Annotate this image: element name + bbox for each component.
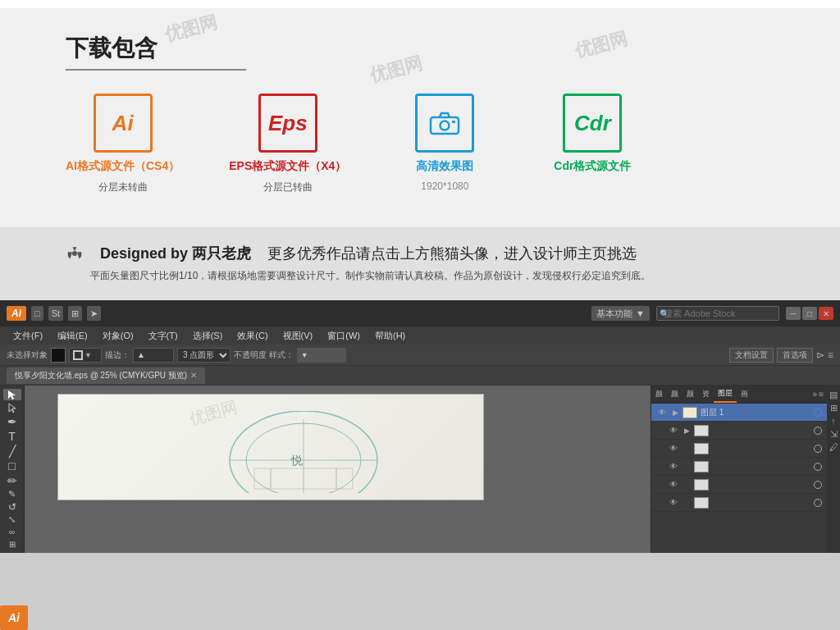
layer-visibility-3[interactable]: 👁 [668,443,679,454]
layer-row-2[interactable]: 👁 ▶ [651,422,827,440]
stroke-up-arrow: ▲ [137,350,145,359]
title-bar-right: 基本功能 ▼ 🔍 ─ □ ✕ [591,306,833,321]
layer-expand-5[interactable] [682,481,691,489]
layer-visibility-5[interactable]: 👁 [668,479,679,491]
layer-expand-2[interactable]: ▶ [682,427,691,435]
menu-bar: 文件(F) 编辑(E) 对象(O) 文字(T) 选择(S) 效果(C) 视图(V… [0,326,840,345]
layer-expand-6[interactable] [682,499,691,507]
eps-label-sub: 分层已转曲 [263,180,313,194]
strip-icon-2[interactable]: ⊞ [828,402,839,413]
selection-tool[interactable] [3,389,21,400]
file-types-row: Ai AI格式源文件（CS4） 分层未转曲 Eps EPS格式源文件（X4） 分… [66,94,774,194]
layer-row-6[interactable]: 👁 [651,494,827,512]
menu-file[interactable]: 文件(F) [7,326,49,345]
rotate-tool[interactable]: ↺ [3,501,21,513]
mesh-tool[interactable]: ⊞ [3,539,21,550]
toolbar-expand-icon[interactable]: ⊳ [816,349,824,361]
title-bar-btn-square[interactable]: □ [31,306,43,321]
canvas-area: 优图网 悦 [25,386,651,553]
layer-row-3[interactable]: 👁 [651,440,827,458]
title-bar: Ai □ St ⊞ ➤ 基本功能 ▼ 🔍 ─ □ ✕ [0,300,840,326]
minimize-button[interactable]: ─ [786,307,801,320]
menu-window[interactable]: 窗口(W) [321,326,367,345]
menu-text[interactable]: 文字(T) [142,326,185,345]
type-tool[interactable]: T [3,430,21,443]
strip-icon-4[interactable]: ⇲ [828,428,839,440]
svg-point-3 [72,251,77,256]
basic-func-dropdown[interactable]: 基本功能 ▼ [591,306,650,321]
svg-rect-0 [431,117,459,134]
layer-visibility-2[interactable]: 👁 [668,425,679,436]
layer-expand-4[interactable] [682,463,691,471]
doc-settings-button[interactable]: 文档设置 [729,348,774,363]
strip-icon-5[interactable]: 🖊 [828,441,839,453]
opacity-box[interactable]: ▼ [297,348,346,363]
panel-tab-assets[interactable]: 资 [698,386,714,403]
close-button[interactable]: ✕ [819,307,833,320]
panel-tab-layers[interactable]: 图层 [714,386,737,403]
panel-tab-artboards[interactable]: 画 [737,386,752,403]
tab-title: 悦享夕阳文化墙.eps @ 25% (CMYK/GPU 预览) [15,370,187,381]
panel-tabs: 颜 颜 颜 资 图层 画 » ≡ [651,386,827,404]
strip-icon-3[interactable]: ↑ [828,415,839,427]
ai-icon-box: Ai [94,94,153,153]
pencil-tool[interactable]: ✎ [3,489,21,500]
shape-tool[interactable]: □ [3,459,21,472]
maximize-button[interactable]: □ [802,307,817,320]
brush-tool[interactable]: ✏ [3,474,21,487]
layer-thumb-5 [694,479,709,491]
layer-circle-6 [814,499,822,507]
strip-icon-1[interactable]: ▤ [828,389,839,400]
top-strip [0,0,840,8]
menu-view[interactable]: 视图(V) [276,326,320,345]
layer-visibility-6[interactable]: 👁 [668,497,679,509]
layer-row-4[interactable]: 👁 [651,458,827,476]
photo-icon-box [415,94,474,153]
layer-visibility-1[interactable]: 👁 [656,407,668,418]
layer-expand-1[interactable]: ▶ [671,409,679,417]
right-icon-strip: ▤ ⊞ ↑ ⇲ 🖊 [827,386,840,553]
layer-name-1: 图层 1 [701,407,810,418]
layer-row-1[interactable]: 👁 ▶ 图层 1 [651,404,827,422]
stroke-value[interactable]: ▲ [133,348,174,363]
menu-effect[interactable]: 效果(C) [231,326,274,345]
fill-swatch[interactable] [51,348,66,363]
blend-tool[interactable]: ∞ [3,527,21,537]
panel-tab-color2[interactable]: 颜 [667,386,682,403]
first-item-button[interactable]: 首选项 [777,348,813,363]
title-bar-btn-arrow[interactable]: ➤ [87,306,101,321]
layer-row-5[interactable]: 👁 [651,476,827,494]
layer-expand-3[interactable] [682,445,691,453]
stroke-label: 描边： [105,349,130,361]
menu-edit[interactable]: 编辑(E) [51,326,94,345]
panel-more-icon[interactable]: » [813,390,818,399]
stroke-arrow: ▼ [84,351,92,359]
direct-selection-tool[interactable] [3,402,21,413]
panel-tab-color1[interactable]: 颜 [651,386,667,403]
designer-name: Designed by 两只老虎 [100,244,251,263]
layer-visibility-4[interactable]: 👁 [668,461,679,472]
stroke-selector[interactable]: ▼ [69,348,102,363]
title-underline [66,69,246,71]
title-bar-btn-grid[interactable]: ⊞ [68,306,82,321]
search-input[interactable] [656,306,779,321]
menu-select[interactable]: 选择(S) [186,326,230,345]
file-type-eps: Eps EPS格式源文件（X4） 分层已转曲 [229,94,346,194]
layer-circle-2 [814,427,822,435]
panel-tab-color3[interactable]: 颜 [682,386,698,403]
tab-bar: 悦享夕阳文化墙.eps @ 25% (CMYK/GPU 预览) ✕ [0,366,840,386]
menu-object[interactable]: 对象(O) [96,326,140,345]
pen-tool[interactable]: ✒ [3,415,21,428]
menu-help[interactable]: 帮助(H) [368,326,412,345]
panel-menu-icon[interactable]: ≡ [819,390,824,399]
title-bar-btn-st[interactable]: St [48,306,63,321]
toolbar-more-icon[interactable]: ≡ [828,349,833,361]
photo-label-main: 高清效果图 [416,159,473,174]
basic-func-chevron: ▼ [636,308,645,318]
ai-label-sub: 分层未转曲 [98,180,148,194]
point-shape-select[interactable]: 3 点圆形 [177,348,231,363]
document-tab[interactable]: 悦享夕阳文化墙.eps @ 25% (CMYK/GPU 预览) ✕ [7,368,205,384]
scale-tool[interactable]: ⤡ [3,514,21,525]
line-tool[interactable]: ╱ [3,445,21,458]
tab-close-button[interactable]: ✕ [190,371,197,380]
